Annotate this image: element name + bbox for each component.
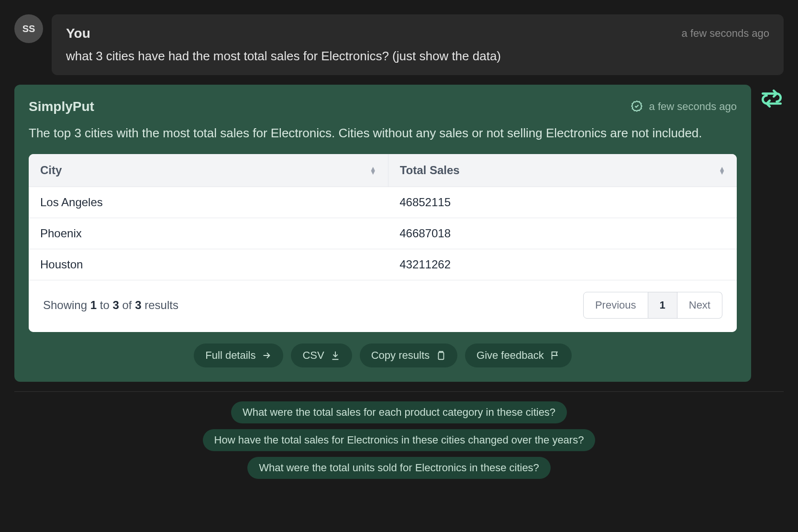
response-description: The top 3 cities with the most total sal… — [29, 124, 737, 143]
clipboard-icon — [435, 350, 446, 361]
cell-total-sales: 46852115 — [388, 187, 737, 218]
response-timestamp: a few seconds ago — [649, 100, 737, 113]
regenerate-icon[interactable] — [760, 87, 784, 111]
avatar: SS — [14, 14, 43, 43]
next-button[interactable]: Next — [677, 292, 722, 319]
cell-total-sales: 46687018 — [388, 218, 737, 249]
results-count-text: Showing 1 to 3 of 3 results — [43, 299, 178, 312]
user-message-body: what 3 cities have had the most total sa… — [66, 49, 769, 64]
suggestion-chip[interactable]: How have the total sales for Electronics… — [203, 429, 596, 451]
full-details-label: Full details — [205, 349, 255, 362]
cell-total-sales: 43211262 — [388, 249, 737, 280]
response-actions: Full details CSV Copy results Give feedb… — [29, 344, 737, 367]
table-row: Phoenix 46687018 — [29, 218, 737, 249]
user-message-header: You a few seconds ago — [66, 26, 769, 41]
full-details-button[interactable]: Full details — [194, 344, 283, 367]
sort-icon: ▲▼ — [370, 166, 377, 175]
column-header-total-sales-label: Total Sales — [400, 164, 460, 177]
cell-city: Houston — [29, 249, 388, 280]
suggestion-chip[interactable]: What were the total sales for each produ… — [231, 401, 567, 423]
table-row: Houston 43211262 — [29, 249, 737, 280]
user-author-label: You — [66, 26, 90, 41]
response-card: SimplyPut a few seconds ago The top 3 ci… — [14, 85, 751, 382]
user-message-row: SS You a few seconds ago what 3 cities h… — [14, 14, 784, 75]
cell-city: Phoenix — [29, 218, 388, 249]
table-header-row: City ▲▼ Total Sales ▲▼ — [29, 154, 737, 187]
copy-results-label: Copy results — [371, 349, 430, 362]
user-message-card: You a few seconds ago what 3 cities have… — [52, 14, 784, 75]
column-header-city-label: City — [40, 164, 62, 177]
response-row: SimplyPut a few seconds ago The top 3 ci… — [14, 85, 784, 382]
divider — [14, 391, 784, 392]
results-table: City ▲▼ Total Sales ▲▼ Los Angeles 46852… — [29, 154, 737, 280]
verified-check-icon — [630, 100, 643, 113]
pagination: Previous 1 Next — [583, 292, 722, 319]
page-number-button[interactable]: 1 — [648, 292, 677, 319]
arrow-right-icon — [261, 350, 272, 361]
flag-icon — [550, 350, 560, 361]
table-row: Los Angeles 46852115 — [29, 187, 737, 218]
give-feedback-button[interactable]: Give feedback — [465, 344, 572, 367]
cell-city: Los Angeles — [29, 187, 388, 218]
column-header-total-sales[interactable]: Total Sales ▲▼ — [388, 154, 737, 187]
response-header: SimplyPut a few seconds ago — [29, 99, 737, 114]
suggestions-list: What were the total sales for each produ… — [14, 401, 784, 479]
table-footer: Showing 1 to 3 of 3 results Previous 1 N… — [29, 280, 737, 332]
column-header-city[interactable]: City ▲▼ — [29, 154, 388, 187]
download-icon — [330, 350, 341, 361]
copy-results-button[interactable]: Copy results — [360, 344, 457, 367]
csv-button[interactable]: CSV — [291, 344, 352, 367]
user-timestamp: a few seconds ago — [682, 27, 769, 40]
previous-button[interactable]: Previous — [583, 292, 648, 319]
sort-icon: ▲▼ — [719, 166, 725, 175]
suggestion-chip[interactable]: What were the total units sold for Elect… — [247, 457, 551, 479]
svg-rect-0 — [438, 353, 443, 360]
avatar-initials: SS — [22, 23, 35, 34]
give-feedback-label: Give feedback — [477, 349, 544, 362]
response-author-label: SimplyPut — [29, 99, 94, 114]
csv-label: CSV — [302, 349, 324, 362]
results-table-card: City ▲▼ Total Sales ▲▼ Los Angeles 46852… — [29, 154, 737, 332]
response-time-wrap: a few seconds ago — [630, 100, 737, 113]
